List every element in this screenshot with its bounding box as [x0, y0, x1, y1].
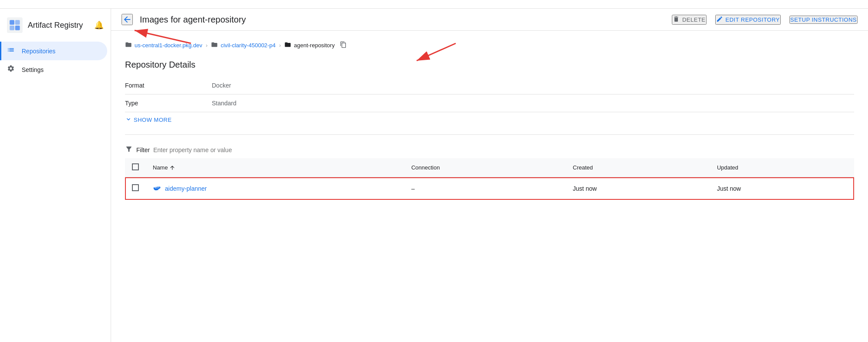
- images-table: Name Connection Created Updated: [125, 158, 854, 200]
- breadcrumb: us-central1-docker.pkg.dev › civil-clari…: [125, 41, 854, 49]
- delete-icon: [673, 16, 680, 24]
- svg-rect-1: [10, 20, 14, 25]
- folder-icon-1: [125, 41, 132, 49]
- delete-button[interactable]: DELETE: [672, 15, 707, 25]
- section-title: Repository Details: [125, 60, 854, 70]
- created-cell: Just now: [566, 177, 710, 200]
- svg-rect-0: [7, 17, 23, 33]
- detail-row-format: Format Docker: [125, 77, 854, 94]
- connection-column-header: Connection: [404, 158, 566, 177]
- setup-instructions-button[interactable]: SETUP INSTRUCTIONS: [789, 16, 858, 24]
- image-link[interactable]: aidemy-planner: [165, 185, 207, 192]
- repository-details-section: Repository Details Format Docker Type St…: [125, 60, 854, 124]
- table-row: aidemy-planner – Just now Just now: [125, 177, 854, 200]
- image-name-cell: aidemy-planner: [146, 177, 404, 200]
- edit-label: EDIT REPOSITORY: [726, 16, 780, 23]
- header-actions: DELETE EDIT REPOSITORY SETUP INSTRUCTION…: [672, 15, 858, 25]
- folder-icon-2: [211, 41, 218, 49]
- bell-icon[interactable]: 🔔: [94, 20, 104, 30]
- header-checkbox[interactable]: [132, 163, 139, 170]
- created-column-header: Created: [566, 158, 710, 177]
- name-column-header: Name: [146, 158, 404, 177]
- filter-section: Filter Name: [125, 134, 854, 200]
- docker-icon: [153, 183, 161, 193]
- breadcrumb-sep-1: ›: [206, 42, 207, 49]
- select-all-checkbox-header[interactable]: [125, 158, 146, 177]
- breadcrumb-repo: agent-repository: [284, 41, 335, 49]
- show-more-label: SHOW MORE: [134, 117, 172, 123]
- filter-bar: Filter: [125, 142, 854, 158]
- breadcrumb-registry-label: us-central1-docker.pkg.dev: [135, 42, 202, 49]
- breadcrumb-registry[interactable]: us-central1-docker.pkg.dev: [125, 41, 202, 49]
- sidebar-item-settings[interactable]: Settings: [0, 60, 107, 79]
- content-area: us-central1-docker.pkg.dev › civil-clari…: [111, 31, 868, 342]
- row-checkbox[interactable]: [132, 184, 139, 191]
- settings-icon: [7, 65, 15, 75]
- repositories-label: Repositories: [22, 48, 56, 55]
- header-bar: Images for agent-repository DELETE EDIT …: [111, 9, 868, 31]
- detail-row-type: Type Standard: [125, 94, 854, 112]
- main-content: Images for agent-repository DELETE EDIT …: [111, 9, 868, 342]
- repositories-icon: [7, 46, 15, 56]
- type-label: Type: [125, 94, 212, 112]
- svg-rect-4: [15, 26, 20, 30]
- copy-icon[interactable]: [340, 41, 347, 49]
- type-value: Standard: [212, 94, 854, 112]
- details-table: Format Docker Type Standard: [125, 77, 854, 112]
- sidebar: Artifact Registry 🔔 Repositories Setting…: [0, 9, 111, 342]
- chevron-down-icon: [125, 116, 132, 124]
- delete-label: DELETE: [682, 16, 706, 23]
- connection-cell: –: [404, 177, 566, 200]
- show-more-button[interactable]: SHOW MORE: [125, 116, 854, 124]
- updated-cell: Just now: [710, 177, 854, 200]
- updated-column-header: Updated: [710, 158, 854, 177]
- breadcrumb-repo-label: agent-repository: [294, 42, 335, 49]
- sidebar-item-repositories[interactable]: Repositories: [0, 42, 107, 60]
- edit-repository-button[interactable]: EDIT REPOSITORY: [715, 15, 781, 25]
- breadcrumb-sep-2: ›: [279, 42, 281, 49]
- svg-rect-2: [15, 20, 20, 25]
- filter-input[interactable]: [153, 147, 854, 153]
- filter-label: Filter: [136, 147, 150, 153]
- svg-rect-3: [10, 26, 14, 30]
- table-header-row: Name Connection Created Updated: [125, 158, 854, 177]
- sidebar-nav: Repositories Settings: [0, 42, 111, 79]
- format-value: Docker: [212, 77, 854, 94]
- image-name: aidemy-planner: [153, 183, 398, 193]
- page-title: Images for agent-repository: [140, 15, 665, 25]
- name-sort-icon: [169, 164, 175, 171]
- row-checkbox-cell[interactable]: [125, 177, 146, 200]
- edit-icon: [716, 16, 723, 24]
- filter-icon: [125, 145, 133, 155]
- back-button[interactable]: [122, 14, 133, 25]
- breadcrumb-project-label: civil-clarity-450002-p4: [220, 42, 275, 49]
- artifact-registry-logo: [7, 17, 23, 33]
- format-label: Format: [125, 77, 212, 94]
- sidebar-title: Artifact Registry: [28, 21, 83, 30]
- settings-label: Settings: [22, 66, 44, 73]
- setup-label: SETUP INSTRUCTIONS: [790, 16, 857, 23]
- folder-icon-3: [284, 41, 291, 49]
- breadcrumb-project[interactable]: civil-clarity-450002-p4: [211, 41, 275, 49]
- sidebar-header: Artifact Registry 🔔: [0, 12, 111, 38]
